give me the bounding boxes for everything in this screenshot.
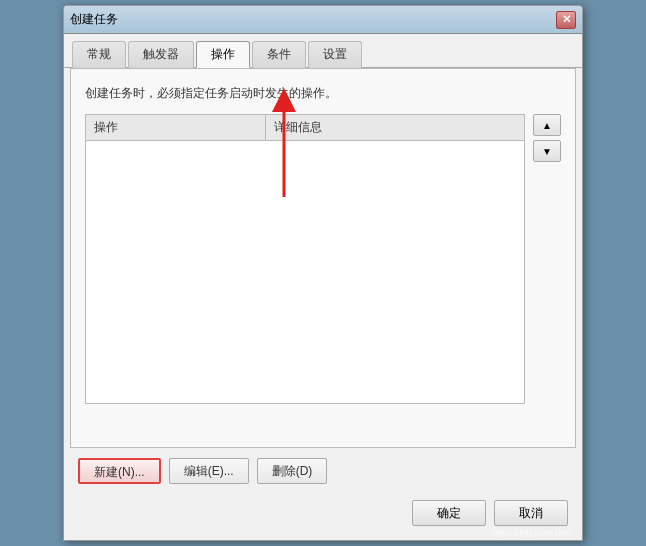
table-body: [86, 141, 524, 404]
column-action: 操作: [86, 115, 266, 140]
instruction-text: 创建任务时，必须指定任务启动时发生的操作。: [85, 85, 561, 102]
content-area: 创建任务时，必须指定任务启动时发生的操作。 操作 详细信息 ▲ ▼: [70, 68, 576, 448]
move-down-button[interactable]: ▼: [533, 140, 561, 162]
tab-bar: 常规 触发器 操作 条件 设置: [64, 34, 582, 68]
edit-action-button[interactable]: 编辑(E)...: [169, 458, 249, 484]
bottom-buttons-bar: 新建(N)... 编辑(E)... 删除(D): [70, 448, 576, 490]
column-detail: 详细信息: [266, 115, 524, 140]
close-button[interactable]: ✕: [556, 11, 576, 29]
side-buttons: ▲ ▼: [533, 114, 561, 404]
new-action-button[interactable]: 新建(N)...: [78, 458, 161, 484]
table-container: 操作 详细信息 ▲ ▼: [85, 114, 561, 404]
delete-action-button[interactable]: 删除(D): [257, 458, 328, 484]
title-bar: 创建任务 ✕: [64, 6, 582, 34]
dialog-window: 创建任务 ✕ 常规 触发器 操作 条件 设置: [63, 5, 583, 541]
tab-condition[interactable]: 条件: [252, 41, 306, 68]
footer: 确定 取消: [64, 490, 582, 540]
tab-action[interactable]: 操作: [196, 41, 250, 68]
window-content: 创建任务时，必须指定任务启动时发生的操作。 操作 详细信息 ▲ ▼: [64, 68, 582, 540]
table-header: 操作 详细信息: [86, 115, 524, 141]
tab-settings[interactable]: 设置: [308, 41, 362, 68]
confirm-button[interactable]: 确定: [412, 500, 486, 526]
title-bar-text: 创建任务: [70, 11, 118, 28]
tab-general[interactable]: 常规: [72, 41, 126, 68]
title-bar-left: 创建任务: [70, 11, 118, 28]
tab-trigger[interactable]: 触发器: [128, 41, 194, 68]
cancel-button[interactable]: 取消: [494, 500, 568, 526]
move-up-button[interactable]: ▲: [533, 114, 561, 136]
actions-table: 操作 详细信息: [85, 114, 525, 404]
